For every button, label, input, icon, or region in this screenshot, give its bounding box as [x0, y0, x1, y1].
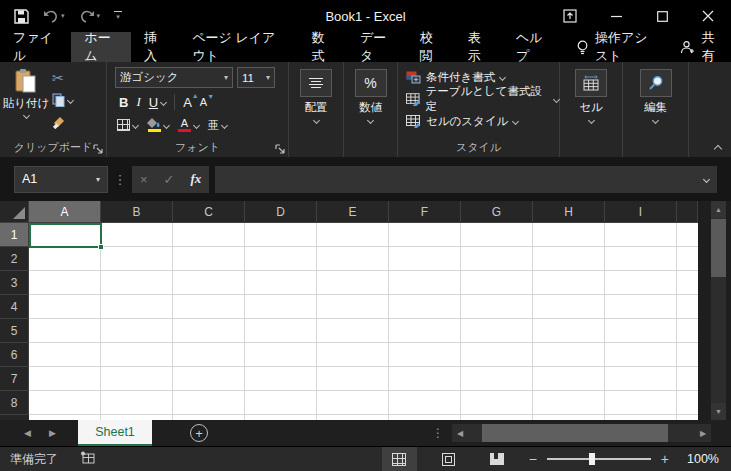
tab-view[interactable]: 表示	[455, 32, 503, 62]
tab-help[interactable]: ヘルプ	[503, 32, 563, 62]
tab-insert[interactable]: 挿入	[131, 32, 179, 62]
zoom-in-icon[interactable]: +	[661, 451, 669, 467]
scroll-left-icon[interactable]: ◀	[452, 424, 468, 442]
fill-color-button[interactable]	[147, 118, 169, 132]
redo-button[interactable]: ▾	[79, 10, 101, 23]
page-break-view-button[interactable]	[480, 447, 515, 471]
phonetic-dropdown-icon[interactable]	[221, 121, 228, 128]
number-dropdown-icon[interactable]	[367, 117, 374, 124]
row-header-1[interactable]: 1	[0, 223, 29, 247]
column-header-f[interactable]: F	[389, 201, 461, 223]
copy-button[interactable]	[52, 92, 73, 108]
zoom-slider-thumb[interactable]	[589, 453, 595, 465]
page-layout-view-button[interactable]	[431, 447, 466, 471]
undo-dropdown-icon[interactable]: ▾	[61, 12, 65, 20]
accessibility-checker-icon[interactable]	[80, 451, 95, 467]
cells-group[interactable]: セル	[560, 62, 623, 157]
insert-function-icon[interactable]: fx	[191, 171, 202, 187]
zoom-out-icon[interactable]: −	[529, 451, 537, 467]
row-header-3[interactable]: 3	[0, 271, 29, 295]
borders-dropdown-icon[interactable]	[132, 121, 139, 128]
conditional-dropdown-icon[interactable]	[499, 73, 506, 80]
phonetic-guide-button[interactable]: 亜	[208, 118, 227, 133]
row-header-6[interactable]: 6	[0, 343, 29, 367]
normal-view-button[interactable]	[382, 447, 417, 471]
font-size-combo[interactable]: 11 ▾	[237, 67, 275, 88]
cell-grid[interactable]	[29, 223, 698, 420]
format-as-table-button[interactable]: テーブルとして書式設定	[406, 90, 559, 108]
row-header-2[interactable]: 2	[0, 247, 29, 271]
vertical-scrollbar[interactable]: ▲ ▼	[698, 201, 731, 420]
tab-file[interactable]: ファイル	[0, 32, 71, 62]
ribbon-display-options-button[interactable]	[547, 0, 593, 32]
redo-dropdown-icon[interactable]: ▾	[97, 12, 101, 20]
column-header-h[interactable]: H	[533, 201, 605, 223]
name-box[interactable]: A1 ▾	[14, 166, 108, 193]
column-header-d[interactable]: D	[245, 201, 317, 223]
column-header-i[interactable]: I	[605, 201, 677, 223]
selected-cell-a1[interactable]	[29, 223, 102, 248]
font-color-button[interactable]: A	[178, 118, 199, 132]
increase-font-size-button[interactable]: A▲	[183, 95, 192, 110]
undo-button[interactable]: ▾	[43, 10, 65, 23]
column-header-g[interactable]: G	[461, 201, 533, 223]
row-header-4[interactable]: 4	[0, 295, 29, 319]
number-group[interactable]: % 数値	[344, 62, 398, 157]
cells-dropdown-icon[interactable]	[587, 117, 594, 124]
bold-button[interactable]: B	[119, 95, 128, 110]
select-all-button[interactable]	[0, 201, 29, 223]
scroll-right-icon[interactable]: ▶	[695, 424, 711, 442]
tab-data[interactable]: データ	[347, 32, 407, 62]
maximize-button[interactable]	[639, 0, 685, 32]
scroll-up-icon[interactable]: ▲	[711, 201, 726, 218]
zoom-slider[interactable]	[547, 458, 651, 460]
column-header-a[interactable]: A	[29, 201, 101, 223]
customize-qat-button[interactable]: ▾	[114, 11, 122, 22]
horizontal-scrollbar-thumb[interactable]	[482, 424, 668, 442]
next-sheet-icon[interactable]: ▶	[49, 428, 56, 438]
editing-dropdown-icon[interactable]	[652, 117, 659, 124]
format-as-table-dropdown-icon[interactable]	[553, 96, 560, 103]
cell-styles-button[interactable]: セルのスタイル	[406, 112, 559, 130]
borders-button[interactable]	[117, 119, 138, 131]
zoom-level[interactable]: 100%	[679, 452, 731, 466]
cancel-icon[interactable]: ×	[140, 172, 148, 187]
tab-formulas[interactable]: 数式	[299, 32, 347, 62]
sheet-tab-sheet1[interactable]: Sheet1	[78, 420, 152, 446]
paste-dropdown-icon[interactable]	[22, 112, 29, 119]
collapse-ribbon-icon[interactable]	[714, 145, 722, 153]
save-button[interactable]	[14, 9, 29, 24]
clipboard-dialog-launcher[interactable]	[93, 144, 103, 154]
underline-button[interactable]: U	[149, 95, 166, 110]
row-header-7[interactable]: 7	[0, 367, 29, 391]
tell-me-button[interactable]: 操作アシスト	[563, 32, 667, 62]
enter-icon[interactable]: ✓	[164, 172, 175, 187]
tab-review[interactable]: 校閲	[407, 32, 455, 62]
column-header-e[interactable]: E	[317, 201, 389, 223]
close-button[interactable]	[685, 0, 731, 32]
share-button[interactable]: 共有	[667, 32, 731, 62]
paste-button[interactable]: 貼り付け	[0, 62, 52, 138]
format-painter-button[interactable]	[52, 114, 73, 130]
tab-home[interactable]: ホーム	[71, 32, 131, 62]
vertical-scrollbar-thumb[interactable]	[711, 219, 726, 277]
column-header-c[interactable]: C	[173, 201, 245, 223]
horizontal-scrollbar-track[interactable]	[468, 424, 695, 442]
decrease-font-size-button[interactable]: A▼	[200, 96, 207, 108]
row-header-8[interactable]: 8	[0, 391, 29, 415]
fill-color-dropdown-icon[interactable]	[163, 121, 170, 128]
alignment-group[interactable]: 配置	[289, 62, 344, 157]
font-dialog-launcher[interactable]	[275, 144, 285, 154]
cell-styles-dropdown-icon[interactable]	[512, 117, 519, 124]
cut-button[interactable]: ✂	[52, 70, 73, 86]
expand-formula-bar-icon[interactable]	[703, 175, 710, 182]
previous-sheet-icon[interactable]: ◀	[24, 428, 31, 438]
fill-handle[interactable]	[98, 244, 104, 250]
sheet-bar-dots-icon[interactable]: ⋮	[432, 420, 444, 446]
horizontal-scrollbar[interactable]: ◀ ▶	[452, 424, 711, 442]
scroll-down-icon[interactable]: ▼	[711, 403, 726, 420]
minimize-button[interactable]	[593, 0, 639, 32]
underline-dropdown-icon[interactable]	[160, 98, 167, 105]
column-header-partial[interactable]	[677, 201, 698, 223]
column-header-b[interactable]: B	[101, 201, 173, 223]
